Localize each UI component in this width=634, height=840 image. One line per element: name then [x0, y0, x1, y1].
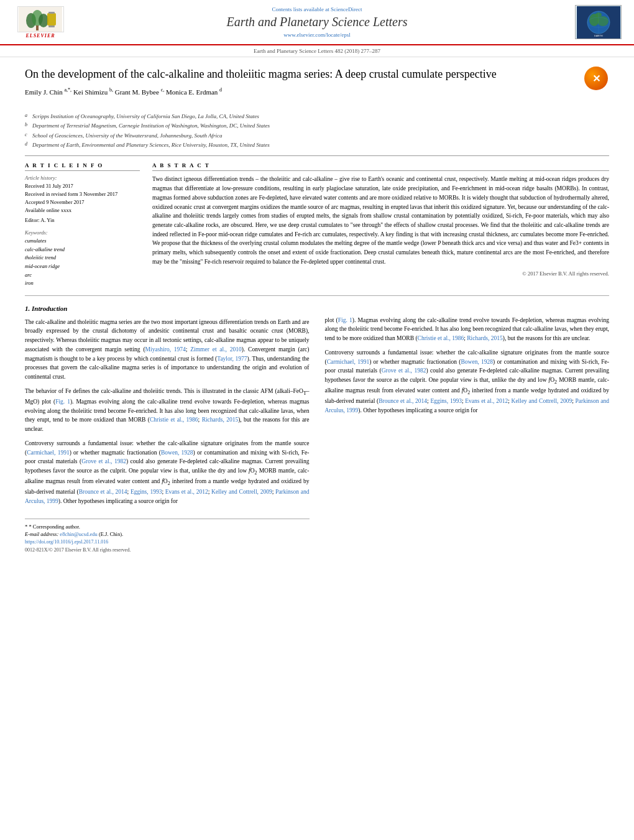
sciencedirect-link[interactable]: Contents lists available at ScienceDirec…: [81, 6, 553, 12]
affiliations: a Scripps Institution of Oceanography, U…: [25, 112, 609, 150]
section-divider: [25, 295, 609, 296]
header-right: EARTH: [566, 5, 622, 39]
svg-text:EARTH: EARTH: [594, 34, 603, 37]
ref-kelley-r[interactable]: Kelley and Cottrell, 2009: [512, 398, 572, 404]
article-title-section: On the development of the calc-alkaline …: [25, 67, 609, 104]
email-link[interactable]: e8chin@ucsd.edu: [60, 531, 97, 537]
svg-rect-6: [48, 12, 55, 14]
ref-evans[interactable]: Evans et al., 2012: [165, 489, 208, 495]
ref-kelley[interactable]: Kelley and Cottrell, 2009: [211, 489, 272, 495]
article-title: On the development of the calc-alkaline …: [25, 67, 575, 82]
email-note: E-mail address: e8chin@ucsd.edu (E.J. Ch…: [25, 530, 310, 538]
main-content: On the development of the calc-alkaline …: [0, 57, 634, 566]
elsevier-text: ELSEVIER: [25, 33, 55, 39]
header-left: ELSEVIER: [12, 6, 68, 39]
journal-header: ELSEVIER Contents lists available at Sci…: [0, 0, 634, 45]
crossmark-icon: ✕: [584, 67, 608, 90]
ref-grove[interactable]: Grove et al., 1982: [81, 458, 126, 464]
affil-d: d Department of Earth, Environmental and…: [25, 141, 609, 149]
editor-line: Editor: A. Yin: [25, 216, 140, 224]
body-para-right-1: plot (Fig. 1). Magmas evolving along the…: [325, 316, 610, 343]
page-wrapper: ELSEVIER Contents lists available at Sci…: [0, 0, 634, 840]
elsevier-logo-art: [19, 7, 62, 32]
accepted-date: Accepted 9 November 2017: [25, 198, 140, 206]
svg-point-11: [597, 16, 609, 26]
journal-title: Earth and Planetary Science Letters: [81, 15, 553, 29]
body-para-3: Controversy surrounds a fundamental issu…: [25, 439, 310, 506]
keywords-label: Keywords:: [25, 229, 140, 236]
body-two-col: 1. Introduction The calc-alkaline and th…: [25, 303, 609, 554]
ref-brounce-r[interactable]: Brounce et al., 2014: [379, 398, 427, 404]
available-online: Available online xxxx: [25, 206, 140, 215]
affil-b: b Department of Terrestrial Magnetism, C…: [25, 121, 609, 130]
journal-url[interactable]: www.elsevier.com/locate/epsl: [81, 32, 553, 38]
article-history: Article history: Received 31 July 2017 R…: [25, 175, 140, 224]
author-3: Grant M. Bybee c,: [115, 88, 165, 96]
authors-line: Emily J. Chin a,*, Kei Shimizu b, Grant …: [25, 87, 575, 96]
section-1-title: 1. Introduction: [25, 303, 310, 314]
ref-taylor[interactable]: Taylor, 1977: [217, 356, 247, 362]
journal-info-bar: Earth and Planetary Science Letters 482 …: [0, 45, 634, 57]
article-info-header: A R T I C L E I N F O: [25, 162, 140, 171]
ref-fig1[interactable]: Fig. 1: [55, 399, 70, 405]
corresponding-note: * * Corresponding author.: [25, 523, 310, 531]
keywords-section: Keywords: cumulatescalc-alkaline trendth…: [25, 229, 140, 288]
ref-richards-r[interactable]: Richards, 2015: [467, 335, 503, 341]
body-para-right-2: Controversy surrounds a fundamental issu…: [325, 348, 610, 415]
ref-miyashiro[interactable]: Miyashiro, 1974: [145, 346, 186, 353]
issn-line: 0012-821X/© 2017 Elsevier B.V. All right…: [25, 547, 310, 554]
doi-line[interactable]: https://doi.org/10.1016/j.epsl.2017.11.0…: [25, 538, 310, 546]
ref-brounce[interactable]: Brounce et al., 2014: [79, 489, 127, 495]
ref-bowen[interactable]: Bowen, 1928: [161, 450, 193, 456]
abstract-text: Two distinct igneous differentiation tre…: [152, 175, 609, 266]
svg-rect-7: [48, 25, 55, 27]
article-title-text: On the development of the calc-alkaline …: [25, 67, 575, 99]
received-revised-date: Received in revised form 3 November 2017: [25, 190, 140, 198]
ref-richards[interactable]: Richards, 2015: [202, 417, 239, 423]
body-right-col: plot (Fig. 1). Magmas evolving along the…: [325, 303, 610, 554]
journal-volume-info: Earth and Planetary Science Letters 482 …: [254, 48, 380, 54]
ref-carmichael-r[interactable]: Carmichael, 1991: [327, 359, 369, 365]
header-center: Contents lists available at ScienceDirec…: [68, 6, 566, 38]
affil-c: c School of Geosciences, University of t…: [25, 131, 609, 140]
abstract-header: A B S T R A C T: [152, 162, 609, 171]
ref-christie[interactable]: Christie et al., 1986: [150, 417, 198, 423]
article-info-abstract-section: A R T I C L E I N F O Article history: R…: [25, 155, 609, 287]
svg-point-3: [39, 14, 48, 27]
svg-rect-5: [47, 13, 56, 25]
detected-and: and: [600, 398, 609, 404]
copyright-line: © 2017 Elsevier B.V. All rights reserved…: [152, 270, 609, 277]
ref-evans-r[interactable]: Evans et al., 2012: [465, 398, 508, 404]
keywords-list: cumulatescalc-alkaline trendtholeiitic t…: [25, 237, 140, 288]
ref-bowen-r[interactable]: Bowen, 1928: [461, 359, 493, 365]
affil-a: a Scripps Institution of Oceanography, U…: [25, 112, 609, 121]
ref-eggins-r[interactable]: Eggins, 1993: [430, 398, 462, 404]
history-label: Article history:: [25, 175, 140, 181]
received-date: Received 31 July 2017: [25, 182, 140, 190]
body-left-col: 1. Introduction The calc-alkaline and th…: [25, 303, 310, 554]
crossmark-badge[interactable]: ✕: [584, 67, 609, 91]
author-4: Monica E. Erdman d: [166, 88, 222, 96]
body-para-1: The calc-alkaline and tholeiitic magma s…: [25, 318, 310, 382]
ref-christie-r[interactable]: Christie et al., 1986: [418, 335, 464, 341]
author-1: Emily J. Chin a,*,: [25, 88, 71, 96]
body-para-2: The behavior of Fe defines the calc-alka…: [25, 387, 310, 434]
footnote-section: * * Corresponding author. E-mail address…: [25, 519, 310, 554]
ref-fig1-r[interactable]: Fig. 1: [338, 317, 352, 323]
ref-carmichael[interactable]: Carmichael, 1991: [27, 450, 69, 456]
ref-zimmer[interactable]: Zimmer et al., 2010: [190, 346, 241, 353]
abstract-col: A B S T R A C T Two distinct igneous dif…: [152, 162, 609, 287]
ref-grove-r[interactable]: Grove et al., 1982: [382, 367, 426, 374]
article-info-col: A R T I C L E I N F O Article history: R…: [25, 162, 140, 287]
svg-rect-4: [36, 25, 39, 30]
author-2: Kei Shimizu b,: [73, 88, 113, 96]
ref-eggins[interactable]: Eggins, 1993: [131, 489, 162, 495]
earth-journal-logo: EARTH: [575, 5, 622, 39]
